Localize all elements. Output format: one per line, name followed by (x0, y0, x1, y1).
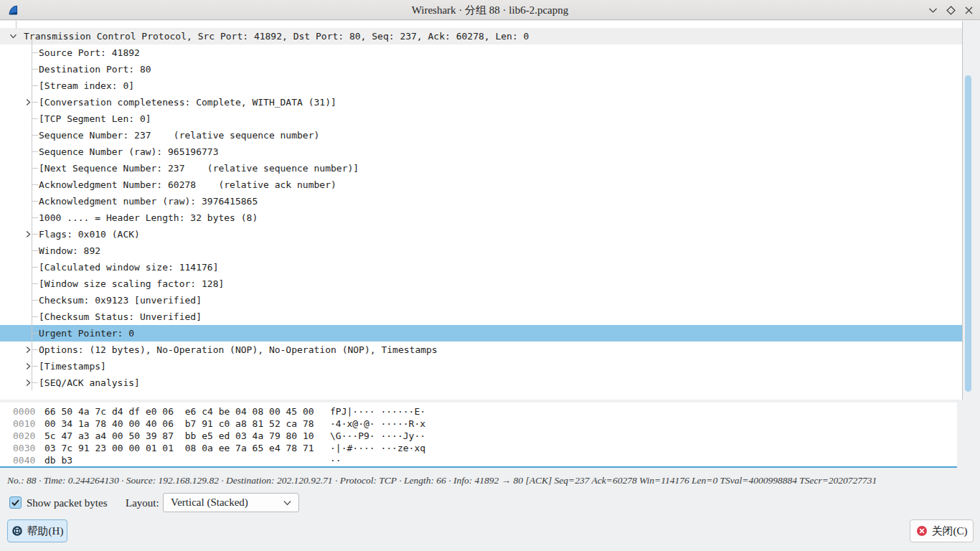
hex-bytes[interactable]: 5c 47 a3 a4 00 50 39 87 bb e5 ed 03 4a 7… (44, 430, 330, 442)
close-circle-icon (916, 525, 928, 537)
chevron-down-icon (283, 499, 292, 507)
tree-row[interactable]: [TCP Segment Len: 0] (0, 110, 962, 127)
hex-offset: 0000 (13, 405, 44, 418)
hex-line[interactable]: 000066 50 4a 7c d4 df e0 06 e6 c4 be 04 … (13, 405, 957, 418)
tree-guide-stub (16, 21, 17, 29)
expander-closed-icon[interactable] (24, 346, 32, 354)
tree-row-label: Options: (12 bytes), No-Operation (NOP),… (39, 342, 438, 358)
show-packet-bytes-checkbox[interactable] (9, 496, 22, 509)
tree-row-label: Urgent Pointer: 0 (39, 325, 134, 342)
expander-closed-icon[interactable] (24, 379, 32, 387)
layout-label: Layout: (126, 493, 159, 513)
tree-row[interactable]: Transmission Control Protocol, Src Port:… (0, 28, 962, 44)
controls-row: Show packet bytes Layout: Vertical (Stac… (0, 493, 980, 513)
tree-row-label: Window: 892 (39, 242, 100, 259)
minimize-button[interactable] (928, 5, 938, 16)
tree-row-label: Sequence Number (raw): 965196773 (39, 143, 218, 160)
tree-row[interactable]: Destination Port: 80 (0, 61, 962, 77)
tree-row-label: [Checksum Status: Unverified] (39, 309, 202, 325)
tree-row-label: Flags: 0x010 (ACK) (39, 226, 140, 242)
tree-row[interactable]: Flags: 0x010 (ACK) (0, 226, 962, 242)
hex-ascii[interactable]: ·· (330, 455, 341, 466)
hex-line[interactable]: 00205c 47 a3 a4 00 50 39 87 bb e5 ed 03 … (13, 430, 957, 442)
layout-combobox[interactable]: Vertical (Stacked) (163, 493, 299, 512)
tree-row-label: [TCP Segment Len: 0] (39, 110, 151, 127)
help-button-label: 帮助(H) (27, 524, 64, 538)
packet-detail-tree: Transmission Control Protocol, Src Port:… (0, 21, 962, 400)
hex-ascii[interactable]: fPJ|···· ······E· (330, 406, 425, 417)
hex-ascii[interactable]: ·4·x@·@· ·····R·x (330, 418, 425, 429)
window-title: Wireshark · 分组 88 · lib6-2.pcapng (0, 0, 980, 20)
hex-offset: 0030 (13, 442, 44, 454)
tree-row[interactable]: [Calculated window size: 114176] (0, 259, 962, 276)
tree-guide-trunk (32, 36, 32, 390)
tree-row-label: Destination Port: 80 (39, 61, 151, 77)
tree-row-label: [Timestamps] (39, 358, 106, 375)
hex-line[interactable]: 001000 34 1a 78 40 00 40 06 b7 91 c0 a8 … (13, 418, 957, 430)
tree-rows-container: Transmission Control Protocol, Src Port:… (0, 28, 962, 391)
tree-row[interactable]: [Next Sequence Number: 237 (relative seq… (0, 160, 962, 176)
tree-row[interactable]: [Conversation completeness: Complete, WI… (0, 94, 962, 110)
expander-closed-icon[interactable] (24, 230, 32, 238)
hex-line[interactable]: 003003 7c 91 23 00 00 01 01 08 0a ee 7a … (13, 442, 957, 454)
expander-open-icon[interactable] (9, 32, 17, 40)
close-button-label: 关闭(C) (932, 524, 968, 538)
tree-row-label: [Next Sequence Number: 237 (relative seq… (39, 160, 359, 176)
tree-row[interactable]: [Checksum Status: Unverified] (0, 309, 962, 325)
tree-row-label: 1000 .... = Header Length: 32 bytes (8) (39, 209, 258, 226)
packet-bytes-pane: 000066 50 4a 7c d4 df e0 06 e6 c4 be 04 … (0, 402, 957, 468)
tree-row[interactable]: [Timestamps] (0, 358, 962, 375)
tree-row[interactable]: 1000 .... = Header Length: 32 bytes (8) (0, 209, 962, 226)
tree-row[interactable]: Source Port: 41892 (0, 44, 962, 61)
hex-bytes[interactable]: 03 7c 91 23 00 00 01 01 08 0a ee 7a 65 e… (44, 442, 330, 454)
layout-combobox-value: Vertical (Stacked) (171, 494, 248, 512)
tree-row-label: Sequence Number: 237 (relative sequence … (39, 127, 319, 143)
tree-scrollbar-thumb[interactable] (965, 75, 971, 392)
tree-row[interactable]: Sequence Number (raw): 965196773 (0, 143, 962, 160)
tree-row-label: Acknowledgment Number: 60278 (relative a… (39, 176, 336, 193)
tree-scrollbar-track[interactable] (962, 21, 980, 400)
tree-row-label: [Window size scaling factor: 128] (39, 276, 224, 292)
help-wheel-icon (11, 525, 23, 537)
close-button[interactable]: 关闭(C) (910, 519, 974, 542)
window-titlebar: Wireshark · 分组 88 · lib6-2.pcapng (0, 0, 980, 20)
hex-ascii[interactable]: ·|·#···· ···ze·xq (330, 443, 425, 453)
tree-row-label: [Stream index: 0] (39, 77, 134, 94)
show-packet-bytes-label: Show packet bytes (27, 493, 107, 513)
hex-offset: 0020 (13, 430, 44, 442)
tree-row-label: Checksum: 0x9123 [unverified] (39, 292, 202, 309)
tree-row[interactable]: [Window size scaling factor: 128] (0, 276, 962, 292)
expander-closed-icon[interactable] (24, 362, 32, 370)
hex-bytes[interactable]: 00 34 1a 78 40 00 40 06 b7 91 c0 a8 81 5… (44, 418, 330, 430)
hex-line[interactable]: 0040db b3·· (13, 454, 957, 466)
tree-row[interactable]: Options: (12 bytes), No-Operation (NOP),… (0, 342, 962, 358)
tree-row[interactable]: Sequence Number: 237 (relative sequence … (0, 127, 962, 143)
expander-closed-icon[interactable] (24, 98, 32, 106)
checkmark-icon (10, 497, 21, 508)
tree-row-label: [Calculated window size: 114176] (39, 259, 218, 276)
hex-ascii[interactable]: \G···P9· ····Jy·· (330, 430, 425, 441)
window-close-button[interactable] (963, 5, 974, 16)
tree-row[interactable]: Acknowledgment Number: 60278 (relative a… (0, 176, 962, 193)
tree-row-label: [Conversation completeness: Complete, WI… (39, 94, 336, 110)
help-button[interactable]: 帮助(H) (7, 519, 67, 542)
tree-row-label: Source Port: 41892 (39, 44, 140, 61)
tree-row[interactable]: Checksum: 0x9123 [unverified] (0, 292, 962, 309)
hex-bytes[interactable]: 66 50 4a 7c d4 df e0 06 e6 c4 be 04 08 0… (44, 405, 330, 418)
tree-row[interactable]: Acknowledgment number (raw): 3976415865 (0, 193, 962, 209)
hex-offset: 0010 (13, 418, 44, 430)
tree-row[interactable]: [SEQ/ACK analysis] (0, 375, 962, 391)
tree-row[interactable]: Window: 892 (0, 242, 962, 259)
tree-row-label: Transmission Control Protocol, Src Port:… (24, 28, 529, 44)
hex-offset: 0040 (13, 454, 44, 466)
tree-row-label: [SEQ/ACK analysis] (39, 375, 140, 391)
tree-row[interactable]: [Stream index: 0] (0, 77, 962, 94)
hex-bytes[interactable]: db b3 (44, 454, 330, 466)
tree-row-label: Acknowledgment number (raw): 3976415865 (39, 193, 258, 209)
restore-button[interactable] (946, 5, 956, 16)
tree-row[interactable]: Urgent Pointer: 0 (0, 325, 962, 342)
packet-summary-line: No.: 88 · Time: 0.244264130 · Source: 19… (7, 475, 976, 488)
